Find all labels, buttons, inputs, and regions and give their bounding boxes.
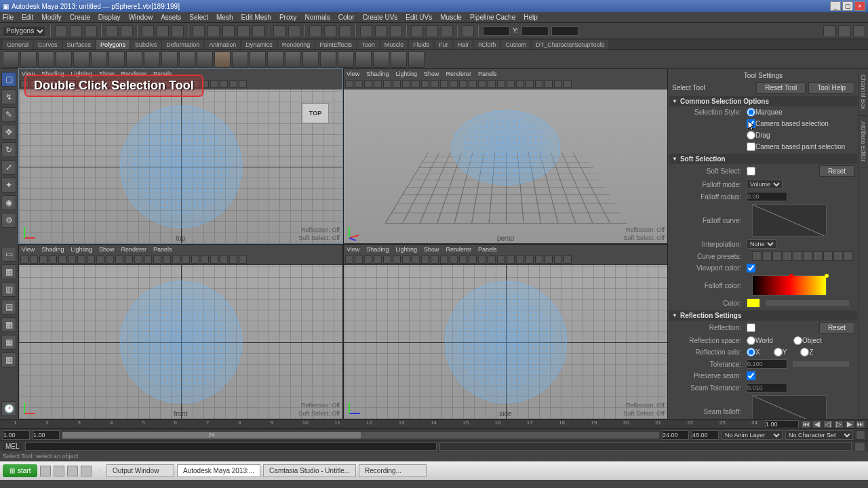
menu-create-uvs[interactable]: Create UVs: [363, 14, 398, 21]
shelf-button[interactable]: [408, 52, 425, 68]
vp-btn[interactable]: [431, 80, 439, 88]
menu-create[interactable]: Create: [70, 14, 90, 21]
shelf-button[interactable]: [214, 52, 231, 68]
seam-tolerance-input[interactable]: [747, 383, 787, 392]
vp-btn[interactable]: [507, 80, 515, 88]
vp-btn[interactable]: [440, 256, 448, 264]
step-forward-button[interactable]: ▶: [845, 420, 854, 428]
shelf-tab-ncloth[interactable]: nCloth: [474, 40, 500, 49]
vp-menu-lighting[interactable]: Lighting: [395, 70, 417, 77]
vp-menu-panels[interactable]: Panels: [478, 246, 497, 253]
current-frame-input[interactable]: [765, 420, 799, 428]
vp-btn[interactable]: [172, 256, 180, 264]
goto-end-button[interactable]: ⏭: [856, 420, 865, 428]
vp-btn[interactable]: [478, 256, 486, 264]
vp-btn[interactable]: [554, 80, 562, 88]
vp-btn[interactable]: [488, 80, 496, 88]
vp-btn[interactable]: [545, 80, 553, 88]
preset-button[interactable]: [783, 251, 792, 261]
common-options-header[interactable]: Common Selection Options: [669, 96, 857, 106]
script-editor-button[interactable]: [854, 442, 865, 451]
select-component-button[interactable]: [172, 25, 184, 37]
shelf-button[interactable]: [56, 52, 72, 68]
vp-btn[interactable]: [374, 256, 382, 264]
shelf-tab-fluids[interactable]: Fluids: [409, 40, 433, 49]
shelf-button[interactable]: [161, 52, 178, 68]
menu-select[interactable]: Select: [189, 14, 208, 21]
vp-btn[interactable]: [182, 256, 190, 264]
last-tool[interactable]: ⚙: [1, 213, 16, 228]
snap-live-button[interactable]: [252, 25, 264, 37]
vp-menu-panels[interactable]: Panels: [478, 70, 497, 77]
axis-x-radio[interactable]: [747, 348, 755, 357]
step-back-button[interactable]: ◀: [812, 420, 822, 428]
shelf-button[interactable]: [38, 52, 54, 68]
vp-btn[interactable]: [545, 256, 553, 264]
viewcube[interactable]: TOP: [302, 103, 329, 123]
character-set-select[interactable]: No Character Set: [785, 430, 853, 440]
render-button[interactable]: [309, 25, 321, 37]
lasso-tool[interactable]: ↯: [1, 89, 16, 104]
sidebar-toggle-1[interactable]: [823, 25, 835, 37]
vp-btn[interactable]: [106, 256, 114, 264]
taskbar-item[interactable]: Autodesk Maya 2013:...: [177, 464, 260, 477]
vp-btn[interactable]: [87, 256, 95, 264]
paint-select-button[interactable]: [462, 25, 474, 37]
menu-normals[interactable]: Normals: [305, 14, 330, 21]
select-hierarchy-button[interactable]: [142, 25, 154, 37]
vp-btn[interactable]: [96, 256, 104, 264]
preset-button[interactable]: [772, 251, 782, 261]
vp-menu-renderer[interactable]: Renderer: [446, 246, 471, 253]
vp-btn[interactable]: [488, 256, 496, 264]
vp-btn[interactable]: [220, 256, 228, 264]
menu-mesh[interactable]: Mesh: [216, 14, 233, 21]
color-swatch[interactable]: [747, 298, 760, 308]
viewport-front-canvas[interactable]: front Reflection: OffSoft Select: Off: [19, 265, 342, 419]
three-top-layout[interactable]: ▦: [1, 317, 16, 332]
play-forward-button[interactable]: ▷: [834, 420, 844, 428]
time-icon[interactable]: 🕐: [1, 401, 16, 416]
menu-muscle[interactable]: Muscle: [440, 14, 462, 21]
shelf-tab-dt_charactersetuptools[interactable]: DT_CharacterSetupTools: [532, 40, 608, 49]
shelf-tab-curves[interactable]: Curves: [34, 40, 62, 49]
sidebar-toggle-3[interactable]: [853, 25, 865, 37]
vp-btn[interactable]: [374, 80, 382, 88]
reset-tool-button[interactable]: Reset Tool: [756, 82, 806, 94]
vp-btn[interactable]: [355, 80, 363, 88]
menu-pipeline-cache[interactable]: Pipeline Cache: [470, 14, 515, 21]
soft-select-checkbox[interactable]: [747, 167, 755, 176]
preserve-seam-checkbox[interactable]: [747, 371, 755, 380]
start-button[interactable]: ⊞start: [3, 464, 37, 477]
shelf-button[interactable]: [20, 52, 37, 68]
vp-btn[interactable]: [115, 256, 123, 264]
input-mode-button[interactable]: [360, 25, 372, 37]
goto-start-button[interactable]: ⏮: [802, 420, 811, 428]
vp-btn[interactable]: [364, 80, 372, 88]
vp-btn[interactable]: [421, 256, 429, 264]
vp-btn[interactable]: [364, 256, 372, 264]
shelf-button[interactable]: [73, 52, 90, 68]
sidebar-toggle-2[interactable]: [838, 25, 850, 37]
shelf-tab-custom[interactable]: Custom: [501, 40, 530, 49]
vp-btn[interactable]: [163, 256, 171, 264]
vp-btn[interactable]: [402, 80, 410, 88]
shelf-button[interactable]: [391, 52, 407, 68]
undo-button[interactable]: [106, 25, 118, 37]
minimize-button[interactable]: _: [830, 1, 841, 11]
preset-button[interactable]: [823, 251, 833, 261]
vp-btn[interactable]: [201, 256, 209, 264]
ipr-button[interactable]: [324, 25, 336, 37]
vp-btn[interactable]: [153, 256, 161, 264]
falloff-curve-editor[interactable]: [752, 204, 827, 237]
vp-btn[interactable]: [516, 256, 524, 264]
shelf-button[interactable]: [338, 52, 354, 68]
shelf-tab-deformation[interactable]: Deformation: [162, 40, 203, 49]
taskbar-item[interactable]: Output Window: [106, 464, 174, 477]
menu-edit-mesh[interactable]: Edit Mesh: [241, 14, 271, 21]
vp-btn[interactable]: [144, 256, 152, 264]
open-scene-button[interactable]: [70, 25, 82, 37]
shelf-tab-fur[interactable]: Fur: [435, 40, 452, 49]
two-side-layout[interactable]: ▥: [1, 282, 16, 297]
vp-btn[interactable]: [421, 80, 429, 88]
play-back-button[interactable]: ◁: [823, 420, 833, 428]
